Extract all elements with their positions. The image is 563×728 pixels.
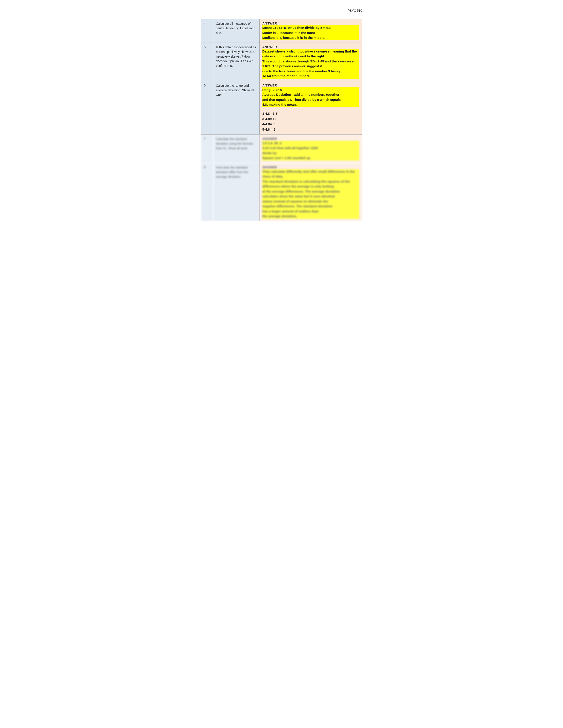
answer-8: ANSWER They calculate differently and of… bbox=[259, 163, 362, 221]
row-number-8: 8 bbox=[201, 163, 213, 221]
course-label: PSYC 510 bbox=[348, 9, 362, 12]
answer-4: ANSWER Mean: 3+3+4+5+9= 24 then divide b… bbox=[259, 19, 362, 43]
table-row: 4. Calculate all measures of central ten… bbox=[201, 19, 362, 43]
answer-6: ANSWER Rang: 9-3= 6 Average Deviation= a… bbox=[259, 81, 362, 134]
question-7: Calculate the standard deviation using t… bbox=[213, 134, 259, 163]
answer-5: ANSWER Dataset shows a strong positive s… bbox=[259, 43, 362, 81]
question-5: Is this data best described as normal, p… bbox=[213, 43, 259, 81]
row-number-6: 6. bbox=[201, 81, 213, 134]
question-6: Calculate the range and average deviatio… bbox=[213, 81, 259, 134]
answer-7: ANSWER 1.8 1.8 .08 .2 3.24 3.24 then add… bbox=[259, 134, 362, 163]
main-table: 4. Calculate all measures of central ten… bbox=[201, 19, 362, 221]
table-row-blurred-8: 8 How does the standard deviation differ… bbox=[201, 163, 362, 221]
table-row-blurred-7: 7 Calculate the standard deviation using… bbox=[201, 134, 362, 163]
row-number-5: 5. bbox=[201, 43, 213, 81]
table-row: 5. Is this data best described as normal… bbox=[201, 43, 362, 81]
row-number-4: 4. bbox=[201, 19, 213, 43]
table-row: 6. Calculate the range and average devia… bbox=[201, 81, 362, 134]
row-number-7: 7 bbox=[201, 134, 213, 163]
question-4: Calculate all measures of central tenden… bbox=[213, 19, 259, 43]
course-header: PSYC 510 bbox=[201, 9, 362, 12]
question-8: How does the standard deviation differ f… bbox=[213, 163, 259, 221]
